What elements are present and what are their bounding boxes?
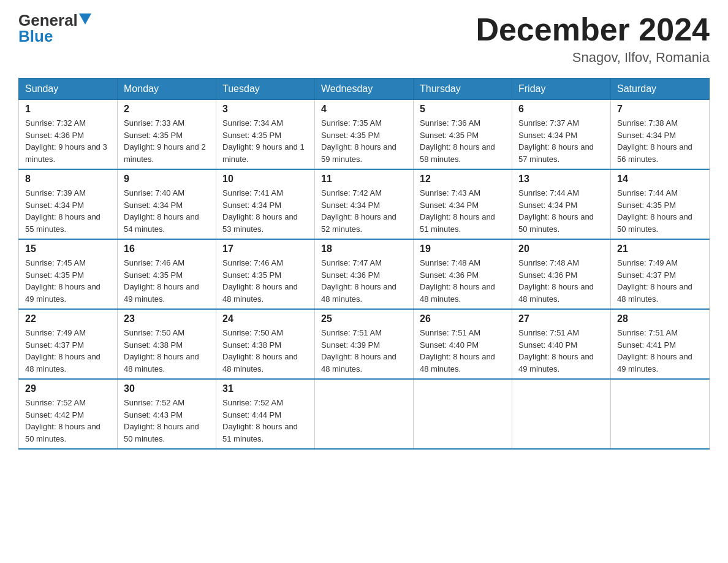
weekday-header-sunday: Sunday [19,79,118,100]
calendar-cell: 27 Sunrise: 7:51 AMSunset: 4:40 PMDaylig… [512,309,611,379]
day-number: 9 [124,174,210,185]
day-info: Sunrise: 7:35 AMSunset: 4:35 PMDaylight:… [321,118,396,164]
day-number: 24 [222,313,308,324]
day-info: Sunrise: 7:48 AMSunset: 4:36 PMDaylight:… [518,258,594,304]
weekday-header-thursday: Thursday [414,79,512,100]
day-info: Sunrise: 7:38 AMSunset: 4:34 PMDaylight:… [617,118,692,164]
day-info: Sunrise: 7:52 AMSunset: 4:44 PMDaylight:… [222,398,298,443]
day-number: 21 [617,243,703,255]
calendar-cell: 3 Sunrise: 7:34 AMSunset: 4:35 PMDayligh… [216,100,315,170]
day-number: 18 [321,243,407,255]
day-number: 20 [518,243,604,255]
day-number: 31 [222,383,308,394]
day-number: 14 [617,174,703,185]
day-number: 3 [222,104,308,115]
day-info: Sunrise: 7:45 AMSunset: 4:35 PMDaylight:… [25,258,100,304]
calendar-cell: 20 Sunrise: 7:48 AMSunset: 4:36 PMDaylig… [512,239,611,309]
day-info: Sunrise: 7:49 AMSunset: 4:37 PMDaylight:… [25,328,100,373]
calendar-cell: 23 Sunrise: 7:50 AMSunset: 4:38 PMDaylig… [118,309,216,379]
page-header: General Blue December 2024 Snagov, Ilfov… [18,12,710,66]
day-number: 25 [321,313,407,324]
day-number: 17 [222,243,308,255]
day-number: 5 [420,104,506,115]
calendar-cell: 11 Sunrise: 7:42 AMSunset: 4:34 PMDaylig… [315,169,414,239]
calendar-week-row: 1 Sunrise: 7:32 AMSunset: 4:36 PMDayligh… [19,100,710,170]
calendar-cell: 12 Sunrise: 7:43 AMSunset: 4:34 PMDaylig… [414,169,512,239]
day-number: 13 [518,174,604,185]
day-info: Sunrise: 7:36 AMSunset: 4:35 PMDaylight:… [420,118,495,164]
calendar-cell: 21 Sunrise: 7:49 AMSunset: 4:37 PMDaylig… [611,239,710,309]
logo-general-text: General [18,12,78,28]
day-info: Sunrise: 7:46 AMSunset: 4:35 PMDaylight:… [222,258,298,304]
day-info: Sunrise: 7:46 AMSunset: 4:35 PMDaylight:… [124,258,199,304]
calendar-cell: 7 Sunrise: 7:38 AMSunset: 4:34 PMDayligh… [611,100,710,170]
calendar-cell: 10 Sunrise: 7:41 AMSunset: 4:34 PMDaylig… [216,169,315,239]
calendar-cell: 22 Sunrise: 7:49 AMSunset: 4:37 PMDaylig… [19,309,118,379]
calendar-header-row: SundayMondayTuesdayWednesdayThursdayFrid… [19,79,710,100]
day-number: 15 [25,243,111,255]
day-number: 27 [518,313,604,324]
title-section: December 2024 Snagov, Ilfov, Romania [476,12,710,66]
calendar-cell: 28 Sunrise: 7:51 AMSunset: 4:41 PMDaylig… [611,309,710,379]
day-info: Sunrise: 7:47 AMSunset: 4:36 PMDaylight:… [321,258,396,304]
calendar-cell: 18 Sunrise: 7:47 AMSunset: 4:36 PMDaylig… [315,239,414,309]
day-number: 4 [321,104,407,115]
day-number: 11 [321,174,407,185]
day-info: Sunrise: 7:43 AMSunset: 4:34 PMDaylight:… [420,188,495,234]
calendar-cell [414,379,512,449]
weekday-header-tuesday: Tuesday [216,79,315,100]
calendar-cell: 8 Sunrise: 7:39 AMSunset: 4:34 PMDayligh… [19,169,118,239]
weekday-header-friday: Friday [512,79,611,100]
day-number: 1 [25,104,111,115]
month-title: December 2024 [476,12,710,47]
calendar-cell: 15 Sunrise: 7:45 AMSunset: 4:35 PMDaylig… [19,239,118,309]
logo: General Blue [18,12,91,44]
calendar-cell: 14 Sunrise: 7:44 AMSunset: 4:35 PMDaylig… [611,169,710,239]
logo-triangle-icon [79,13,91,25]
day-number: 23 [124,313,210,324]
calendar-cell: 6 Sunrise: 7:37 AMSunset: 4:34 PMDayligh… [512,100,611,170]
day-info: Sunrise: 7:44 AMSunset: 4:35 PMDaylight:… [617,188,692,234]
day-number: 26 [420,313,506,324]
day-number: 19 [420,243,506,255]
calendar-cell: 16 Sunrise: 7:46 AMSunset: 4:35 PMDaylig… [118,239,216,309]
weekday-header-wednesday: Wednesday [315,79,414,100]
day-number: 16 [124,243,210,255]
calendar-cell: 26 Sunrise: 7:51 AMSunset: 4:40 PMDaylig… [414,309,512,379]
day-number: 6 [518,104,604,115]
day-info: Sunrise: 7:41 AMSunset: 4:34 PMDaylight:… [222,188,298,234]
day-info: Sunrise: 7:48 AMSunset: 4:36 PMDaylight:… [420,258,495,304]
day-info: Sunrise: 7:32 AMSunset: 4:36 PMDaylight:… [25,118,107,164]
day-info: Sunrise: 7:51 AMSunset: 4:41 PMDaylight:… [617,328,692,373]
calendar-cell: 19 Sunrise: 7:48 AMSunset: 4:36 PMDaylig… [414,239,512,309]
calendar-cell: 2 Sunrise: 7:33 AMSunset: 4:35 PMDayligh… [118,100,216,170]
weekday-header-monday: Monday [118,79,216,100]
day-info: Sunrise: 7:37 AMSunset: 4:34 PMDaylight:… [518,118,594,164]
calendar-cell: 31 Sunrise: 7:52 AMSunset: 4:44 PMDaylig… [216,379,315,449]
calendar-cell: 24 Sunrise: 7:50 AMSunset: 4:38 PMDaylig… [216,309,315,379]
logo-blue-text: Blue [18,28,53,44]
day-info: Sunrise: 7:49 AMSunset: 4:37 PMDaylight:… [617,258,692,304]
day-info: Sunrise: 7:51 AMSunset: 4:39 PMDaylight:… [321,328,396,373]
calendar-cell [611,379,710,449]
day-number: 29 [25,383,111,394]
day-number: 7 [617,104,703,115]
day-number: 12 [420,174,506,185]
calendar-cell: 25 Sunrise: 7:51 AMSunset: 4:39 PMDaylig… [315,309,414,379]
calendar-cell: 13 Sunrise: 7:44 AMSunset: 4:34 PMDaylig… [512,169,611,239]
calendar-cell: 1 Sunrise: 7:32 AMSunset: 4:36 PMDayligh… [19,100,118,170]
calendar-week-row: 29 Sunrise: 7:52 AMSunset: 4:42 PMDaylig… [19,379,710,449]
calendar-week-row: 15 Sunrise: 7:45 AMSunset: 4:35 PMDaylig… [19,239,710,309]
weekday-header-saturday: Saturday [611,79,710,100]
day-number: 8 [25,174,111,185]
calendar-cell: 17 Sunrise: 7:46 AMSunset: 4:35 PMDaylig… [216,239,315,309]
calendar-cell: 9 Sunrise: 7:40 AMSunset: 4:34 PMDayligh… [118,169,216,239]
day-info: Sunrise: 7:50 AMSunset: 4:38 PMDaylight:… [222,328,298,373]
calendar-cell [315,379,414,449]
day-info: Sunrise: 7:52 AMSunset: 4:42 PMDaylight:… [25,398,100,443]
day-info: Sunrise: 7:39 AMSunset: 4:34 PMDaylight:… [25,188,100,234]
location-text: Snagov, Ilfov, Romania [476,50,710,66]
day-number: 2 [124,104,210,115]
day-info: Sunrise: 7:42 AMSunset: 4:34 PMDaylight:… [321,188,396,234]
day-info: Sunrise: 7:51 AMSunset: 4:40 PMDaylight:… [518,328,594,373]
